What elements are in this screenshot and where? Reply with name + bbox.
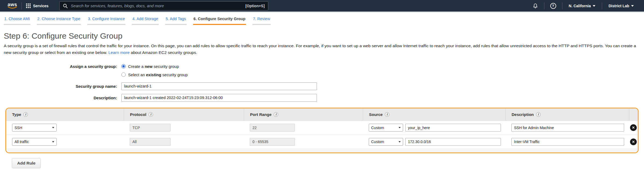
search-icon xyxy=(63,3,68,8)
radio-unselected-icon[interactable] xyxy=(121,72,126,77)
radio-create-new-label[interactable]: Create a new security group xyxy=(128,64,179,69)
intro-paragraph: A security group is a set of firewall ru… xyxy=(4,43,640,56)
intro-text-after: about Amazon EC2 security groups. xyxy=(130,50,197,55)
column-header-type: Type i xyxy=(6,112,124,117)
chevron-down-icon xyxy=(593,5,595,7)
radio-text-bold: new xyxy=(145,64,153,69)
selected-type: SSH xyxy=(15,126,22,130)
intro-text: A security group is a set of firewall ru… xyxy=(4,43,636,55)
rule-row-all-traffic: All traffic Custom xyxy=(6,135,638,149)
region-selector[interactable]: N. California xyxy=(567,4,598,8)
wizard-step-tabs: 1. Choose AMI 2. Choose Instance Type 3.… xyxy=(0,12,644,25)
rules-table-footer xyxy=(6,149,638,152)
delete-rule-button[interactable]: ✕ xyxy=(630,138,637,145)
info-icon[interactable]: i xyxy=(149,112,153,117)
topbar-divider xyxy=(562,2,562,9)
global-search-box[interactable]: [Option+S] xyxy=(59,1,268,10)
rule-row-ssh: SSH Custom ✕ xyxy=(6,121,638,135)
column-header-actions xyxy=(629,108,638,121)
rules-table-header: Type i Protocol i Port Range i Source i … xyxy=(6,108,638,121)
services-menu-button[interactable]: Services xyxy=(26,3,49,8)
column-header-protocol: Protocol i xyxy=(124,108,244,121)
region-label: N. California xyxy=(569,4,591,8)
column-header-port-range: Port Range i xyxy=(244,108,363,121)
rule-source-value-input[interactable] xyxy=(405,124,501,132)
chevron-down-icon xyxy=(631,5,634,7)
services-label: Services xyxy=(33,4,49,8)
info-icon[interactable]: i xyxy=(385,112,389,117)
chevron-down-icon xyxy=(399,127,401,128)
security-group-name-row: Security group name: xyxy=(4,82,640,90)
rule-port-range-input xyxy=(250,138,295,146)
bell-icon xyxy=(533,3,538,9)
security-group-name-label: Security group name: xyxy=(4,84,117,89)
tab-choose-ami[interactable]: 1. Choose AMI xyxy=(4,17,30,25)
assign-security-group-row: Assign a security group: Create a new se… xyxy=(4,64,640,69)
rule-protocol-input xyxy=(130,124,171,132)
rule-description-input[interactable] xyxy=(511,138,624,146)
description-label: Description: xyxy=(4,96,117,100)
selected-type: All traffic xyxy=(15,140,29,144)
description-row: Description: xyxy=(4,94,640,102)
security-group-form: Assign a security group: Create a new se… xyxy=(4,64,640,102)
column-header-source: Source i xyxy=(363,108,505,121)
topbar-right-controls: ? N. California District Lab xyxy=(531,2,636,9)
rule-description-input[interactable] xyxy=(511,124,624,132)
grid-icon xyxy=(26,3,31,8)
rule-source-mode-select[interactable]: Custom xyxy=(369,138,403,146)
radio-select-existing-label[interactable]: Select an existing security group xyxy=(128,72,188,77)
security-group-name-input[interactable] xyxy=(121,82,317,90)
learn-more-link[interactable]: Learn more xyxy=(108,50,129,55)
tab-review[interactable]: 7. Review xyxy=(252,17,271,25)
rule-source-value-input[interactable] xyxy=(405,138,501,146)
page-content: Step 6: Configure Security Group A secur… xyxy=(0,31,644,168)
top-navigation-bar: aws Services [Option+S] xyxy=(0,0,644,12)
selected-source-mode: Custom xyxy=(371,126,384,130)
radio-text: Create a xyxy=(128,64,145,69)
radio-text: security group xyxy=(161,72,187,77)
delete-rule-button[interactable]: ✕ xyxy=(630,124,637,131)
aws-logo[interactable]: aws xyxy=(8,3,17,9)
radio-selected-icon[interactable] xyxy=(121,64,126,68)
topbar-divider xyxy=(602,2,602,9)
account-menu[interactable]: District Lab xyxy=(606,4,636,8)
security-rules-table-highlight: Type i Protocol i Port Range i Source i … xyxy=(5,108,639,153)
page-title: Step 6: Configure Security Group xyxy=(4,31,640,41)
aws-smile-icon xyxy=(8,6,17,9)
header-label: Type xyxy=(12,112,21,117)
header-label: Description xyxy=(512,112,534,117)
radio-select-existing-group[interactable]: Select an existing security group xyxy=(121,72,188,77)
tab-configure-security-group[interactable]: 6. Configure Security Group xyxy=(193,17,246,25)
rule-protocol-input xyxy=(130,138,171,146)
radio-create-new-group[interactable]: Create a new security group xyxy=(121,64,179,69)
header-label: Source xyxy=(369,112,383,117)
radio-text: security group xyxy=(153,64,179,69)
rule-type-select[interactable]: SSH xyxy=(12,124,57,132)
chevron-down-icon xyxy=(52,127,54,128)
rule-type-select[interactable]: All traffic xyxy=(12,138,57,146)
info-icon[interactable]: i xyxy=(536,112,541,117)
tab-add-tags[interactable]: 5. Add Tags xyxy=(165,17,187,25)
tab-choose-instance-type[interactable]: 2. Choose Instance Type xyxy=(37,17,81,25)
notifications-button[interactable] xyxy=(531,3,540,9)
info-icon[interactable]: i xyxy=(274,112,278,117)
aws-logo-text: aws xyxy=(8,3,17,6)
rule-source-mode-select[interactable]: Custom xyxy=(369,124,403,132)
rule-port-range-input xyxy=(250,124,295,132)
security-group-description-input[interactable] xyxy=(121,94,317,102)
radio-text-bold: existing xyxy=(146,72,161,77)
chevron-down-icon xyxy=(399,141,401,143)
help-button[interactable]: ? xyxy=(549,3,558,9)
radio-text: Select an xyxy=(128,72,146,77)
add-rule-button[interactable]: Add Rule xyxy=(12,158,41,168)
selected-source-mode: Custom xyxy=(371,140,384,144)
assign-security-group-label: Assign a security group: xyxy=(4,64,117,69)
delete-icon: ✕ xyxy=(632,140,635,144)
select-existing-group-row: Select an existing security group xyxy=(4,72,640,77)
header-label: Protocol xyxy=(130,112,146,117)
info-icon[interactable]: i xyxy=(23,112,28,117)
delete-icon: ✕ xyxy=(632,126,635,130)
search-input[interactable] xyxy=(70,3,243,8)
tab-configure-instance[interactable]: 3. Configure Instance xyxy=(87,17,125,25)
tab-add-storage[interactable]: 4. Add Storage xyxy=(132,17,159,25)
